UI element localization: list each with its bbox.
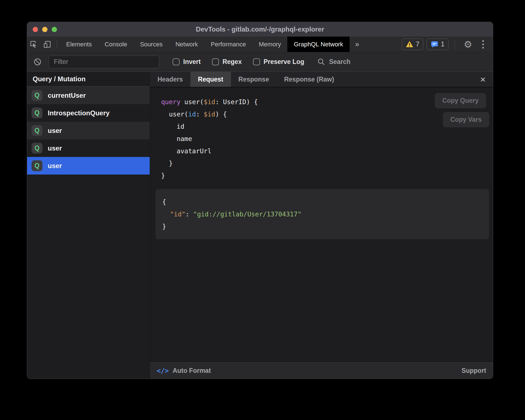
code-token: "gid://gitlab/User/13704317" [193, 211, 302, 218]
code-token: name [161, 135, 192, 142]
titlebar: DevTools - gitlab.com/-/graphql-explorer [27, 22, 493, 37]
code-line: avatarUrl [161, 145, 493, 157]
close-detail-icon[interactable]: × [473, 72, 493, 87]
request-row-label: user [48, 162, 62, 170]
request-row-user[interactable]: Quser [27, 157, 150, 175]
tab-graphql-network[interactable]: GraphQL Network [287, 37, 349, 52]
devtools-window: DevTools - gitlab.com/-/graphql-explorer… [27, 22, 493, 379]
warning-count: 7 [416, 40, 419, 48]
request-detail-panel: HeadersRequestResponseResponse (Raw) × C… [150, 72, 493, 379]
inspect-element-icon[interactable] [27, 37, 40, 52]
checkbox-box[interactable] [173, 58, 180, 65]
settings-gear-icon[interactable]: ⚙ [461, 40, 475, 49]
query-type-badge: Q [32, 108, 42, 118]
request-row-label: IntrospectionQuery [48, 109, 109, 117]
detail-footer: </> Auto Format Support [150, 362, 493, 379]
checkbox-preserve-log[interactable]: Preserve Log [253, 58, 304, 66]
content-area: Query / Mutation QcurrentUserQIntrospect… [27, 72, 493, 379]
filter-toolbar: InvertRegexPreserve Log Search [27, 52, 493, 72]
window-title: DevTools - gitlab.com/-/graphql-explorer [27, 25, 493, 33]
auto-format-label: Auto Format [173, 367, 211, 374]
checkbox-box[interactable] [212, 58, 219, 65]
code-token: : UserID) { [215, 98, 258, 106]
copy-buttons: Copy Query Copy Vars [435, 93, 489, 127]
request-row-currentuser[interactable]: QcurrentUser [27, 87, 150, 104]
tab-network[interactable]: Network [169, 37, 204, 52]
filter-checkboxes: InvertRegexPreserve Log [173, 58, 304, 66]
detail-tab-request[interactable]: Request [190, 72, 231, 87]
request-list: QcurrentUserQIntrospectionQueryQuserQuse… [27, 87, 150, 175]
search-label: Search [329, 58, 350, 66]
device-toolbar-icon[interactable] [40, 37, 54, 52]
code-token: ) { [215, 111, 227, 118]
auto-format-button[interactable]: </> Auto Format [157, 367, 211, 375]
warning-icon [406, 41, 413, 48]
filter-input[interactable] [49, 56, 159, 68]
issues-count: 1 [441, 40, 445, 48]
code-token: } [161, 160, 173, 167]
request-list-header: Query / Mutation [27, 72, 150, 87]
detail-tabbar: HeadersRequestResponseResponse (Raw) × [150, 72, 493, 87]
code-line: name [161, 133, 493, 145]
code-token: query [161, 98, 180, 106]
search-icon [318, 58, 325, 66]
code-token: id [188, 111, 196, 118]
message-icon [431, 41, 438, 48]
request-row-user[interactable]: Quser [27, 122, 150, 139]
request-tab-content: Copy Query Copy Vars query user($id: Use… [150, 87, 493, 362]
tab-performance[interactable]: Performance [204, 37, 252, 52]
warnings-badge[interactable]: 7 [402, 39, 423, 50]
request-row-label: user [48, 144, 62, 152]
code-token: : [196, 111, 204, 118]
code-line: } [162, 220, 482, 233]
request-row-introspectionquery[interactable]: QIntrospectionQuery [27, 104, 150, 122]
query-type-badge: Q [32, 90, 42, 101]
checkbox-invert[interactable]: Invert [173, 58, 201, 66]
code-token: } [162, 223, 166, 230]
query-type-badge: Q [32, 160, 42, 171]
checkbox-label: Regex [223, 58, 242, 66]
detail-tab-headers[interactable]: Headers [150, 72, 190, 87]
issues-badge[interactable]: 1 [427, 39, 448, 50]
checkbox-box[interactable] [253, 58, 260, 65]
clear-icon[interactable] [34, 58, 41, 66]
code-line: "id": "gid://gitlab/User/13704317" [162, 208, 482, 220]
panel-tabs: ElementsConsoleSourcesNetworkPerformance… [60, 37, 350, 52]
code-token: user( [161, 111, 188, 118]
request-row-user[interactable]: Quser [27, 139, 150, 157]
query-variables-code: { "id": "gid://gitlab/User/13704317"} [162, 196, 482, 233]
code-line: } [161, 157, 493, 170]
search-control[interactable]: Search [318, 58, 350, 66]
status-badges: 7 1 ⚙ [402, 37, 493, 52]
detail-tab-response-raw[interactable]: Response (Raw) [276, 72, 342, 87]
more-tabs-button[interactable]: » [350, 37, 365, 52]
code-token: "id" [170, 211, 185, 218]
code-line: } [161, 170, 493, 182]
code-token [162, 211, 170, 218]
copy-query-button[interactable]: Copy Query [435, 93, 486, 108]
code-line: { [162, 196, 482, 208]
support-link[interactable]: Support [462, 367, 486, 374]
code-token: id [161, 123, 184, 130]
tab-sources[interactable]: Sources [133, 37, 169, 52]
code-token: avatarUrl [161, 147, 211, 155]
code-brackets-icon: </> [157, 367, 169, 375]
checkbox-regex[interactable]: Regex [212, 58, 242, 66]
request-row-label: currentUser [48, 92, 86, 99]
code-token: { [162, 198, 166, 206]
main-tabbar: ElementsConsoleSourcesNetworkPerformance… [27, 37, 493, 52]
request-row-label: user [48, 127, 62, 135]
tab-console[interactable]: Console [98, 37, 134, 52]
tab-memory[interactable]: Memory [252, 37, 287, 52]
query-variables-box: { "id": "gid://gitlab/User/13704317"} [156, 189, 489, 239]
copy-vars-button[interactable]: Copy Vars [443, 112, 490, 127]
code-token: $id [204, 111, 215, 118]
detail-tab-response[interactable]: Response [231, 72, 277, 87]
more-options-icon[interactable] [478, 40, 488, 49]
code-token: : [185, 211, 193, 218]
code-token: } [161, 172, 165, 179]
query-type-badge: Q [32, 125, 42, 136]
tab-elements[interactable]: Elements [60, 37, 98, 52]
toolbar-divider [57, 40, 57, 49]
request-list-panel: Query / Mutation QcurrentUserQIntrospect… [27, 72, 150, 379]
